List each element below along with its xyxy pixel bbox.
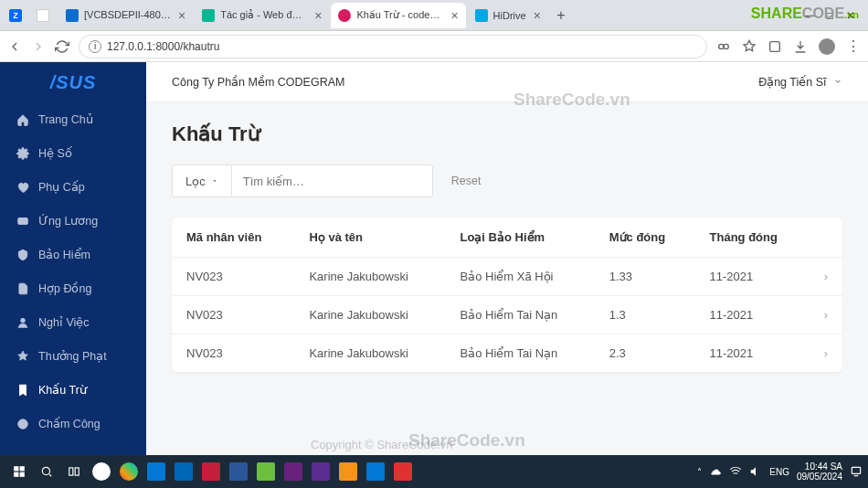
filter-button[interactable]: Lọc: [172, 164, 232, 197]
sidebar-item-label: Ứng Lương: [38, 214, 98, 228]
sidebar-item-8[interactable]: Khấu Trừ: [0, 373, 146, 407]
taskbar-app[interactable]: [170, 458, 197, 485]
close-icon[interactable]: ×: [450, 8, 458, 23]
tab-3[interactable]: HiDrive ×: [468, 3, 548, 28]
sidebar-item-4[interactable]: Bảo Hiểm: [0, 238, 146, 271]
taskbar-app[interactable]: [225, 458, 252, 485]
tab-title: [VCBSDEPII-4802] 3.2. Xử lý gán: [84, 9, 171, 21]
chevron-right-icon[interactable]: ›: [810, 334, 842, 373]
svg-rect-8: [20, 466, 25, 471]
system-clock[interactable]: 10:44 SA 09/05/2024: [797, 461, 842, 482]
sidebar: /SUS Trang ChủHệ SốPhụ CấpỨng LươngBảo H…: [0, 62, 146, 455]
new-tab-button[interactable]: +: [550, 7, 572, 24]
browser-menu-icon[interactable]: ⋮: [846, 37, 861, 55]
sidebar-item-7[interactable]: Thưởng Phạt: [0, 339, 146, 373]
close-icon[interactable]: ×: [314, 8, 322, 23]
svg-rect-4: [18, 217, 28, 224]
start-button[interactable]: [5, 458, 33, 485]
sidebar-item-label: Thưởng Phạt: [38, 349, 107, 363]
sidebar-item-9[interactable]: Chấm Công: [0, 407, 146, 440]
user-menu[interactable]: Đặng Tiến Sĩ: [758, 75, 842, 89]
cell-ma: NV023: [172, 258, 294, 296]
tab-app[interactable]: [31, 3, 57, 28]
taskbar-app[interactable]: [362, 458, 389, 485]
chevron-right-icon[interactable]: ›: [810, 258, 842, 296]
taskbar-app[interactable]: [334, 458, 362, 485]
cell-muc: 2.3: [595, 334, 695, 373]
window-close-icon[interactable]: ✕: [846, 9, 855, 22]
forward-icon[interactable]: [31, 39, 46, 54]
language-indicator[interactable]: ENG: [769, 467, 789, 477]
taskbar-app[interactable]: [389, 458, 417, 485]
table-row[interactable]: NV023Karine JakubowskiBảo Hiểm Tai Nạn2.…: [172, 334, 842, 373]
taskbar-app[interactable]: [307, 458, 334, 485]
url-input[interactable]: i 127.0.0.1:8000/khautru: [79, 35, 707, 58]
reset-link[interactable]: Reset: [451, 175, 482, 187]
table-row[interactable]: NV023Karine JakubowskiBảo Hiểm Xã Hội1.3…: [172, 258, 842, 296]
back-icon[interactable]: [7, 39, 22, 54]
cell-ma: NV023: [172, 334, 294, 373]
download-icon[interactable]: [793, 39, 808, 54]
cell-loai: Bảo Hiểm Xã Hội: [445, 258, 594, 296]
column-header: Loại Bảo Hiểm: [445, 217, 594, 258]
taskbar-app[interactable]: [252, 458, 280, 485]
tab-1[interactable]: Tác giả - Web đọc truyện ×: [195, 3, 329, 28]
tray-expand-icon[interactable]: ˄: [697, 467, 702, 477]
close-icon[interactable]: ×: [178, 8, 185, 23]
link-icon[interactable]: [716, 39, 731, 54]
close-icon[interactable]: ×: [534, 8, 541, 23]
tab-zalo[interactable]: Z: [4, 3, 29, 28]
task-view-icon[interactable]: [60, 458, 88, 485]
bookmark-star-icon[interactable]: [742, 39, 757, 54]
tab-favicon: [202, 9, 215, 22]
search-icon[interactable]: [33, 458, 60, 485]
svg-rect-10: [20, 472, 25, 477]
sidebar-item-1[interactable]: Hệ Số: [0, 136, 146, 170]
taskbar-app[interactable]: [88, 458, 115, 485]
windows-taskbar: ˄ ENG 10:44 SA 09/05/2024: [0, 455, 868, 488]
table-row[interactable]: NV023Karine JakubowskiBảo Hiểm Tai Nạn1.…: [172, 296, 842, 334]
tab-favicon: [338, 9, 351, 22]
tab-2[interactable]: Khấu Trừ - codegram.pro ×: [331, 3, 465, 28]
volume-icon[interactable]: [749, 465, 762, 478]
chevron-right-icon[interactable]: ›: [810, 296, 842, 334]
reload-icon[interactable]: [55, 39, 69, 54]
window-maximize-icon[interactable]: □: [827, 9, 833, 22]
taskbar-app[interactable]: [143, 458, 170, 485]
onedrive-icon[interactable]: [709, 465, 722, 478]
site-info-icon[interactable]: i: [89, 40, 101, 53]
cell-muc: 1.3: [595, 296, 695, 334]
data-table-card: Mã nhân viên Họ và tên Loại Bảo Hiểm Mức…: [172, 217, 842, 372]
gear-icon: [16, 147, 29, 160]
heart-icon: [16, 181, 29, 194]
cell-thang: 11-2021: [695, 258, 810, 296]
cell-thang: 11-2021: [695, 334, 810, 373]
svg-point-0: [719, 44, 724, 48]
cell-ma: NV023: [172, 296, 294, 334]
notifications-icon[interactable]: [850, 465, 863, 478]
brand-logo: /SUS: [0, 62, 146, 102]
svg-rect-13: [75, 468, 79, 475]
sidebar-item-2[interactable]: Phụ Cấp: [0, 170, 146, 204]
cell-loai: Bảo Hiểm Tai Nạn: [445, 334, 594, 373]
tab-0[interactable]: [VCBSDEPII-4802] 3.2. Xử lý gán ×: [58, 3, 193, 28]
cell-ten: Karine Jakubowski: [294, 296, 445, 334]
extension-icon[interactable]: [767, 39, 782, 54]
taskbar-app[interactable]: [280, 458, 307, 485]
star-icon: [16, 350, 29, 363]
taskbar-app[interactable]: [197, 458, 225, 485]
sidebar-item-5[interactable]: Hợp Đồng: [0, 271, 146, 305]
search-input[interactable]: [232, 164, 433, 197]
sidebar-item-3[interactable]: Ứng Lương: [0, 204, 146, 238]
cell-ten: Karine Jakubowski: [294, 258, 445, 296]
tab-title: HiDrive: [493, 10, 526, 21]
wifi-icon[interactable]: [729, 465, 742, 478]
profile-avatar[interactable]: [819, 38, 835, 55]
sidebar-item-0[interactable]: Trang Chủ: [0, 102, 146, 136]
column-header: Mức đóng: [595, 217, 695, 258]
sidebar-item-6[interactable]: Nghỉ Việc: [0, 305, 146, 339]
cell-muc: 1.33: [595, 258, 695, 296]
column-header: Họ và tên: [294, 217, 445, 258]
taskbar-app[interactable]: [115, 458, 143, 485]
window-minimize-icon[interactable]: —: [803, 9, 814, 22]
